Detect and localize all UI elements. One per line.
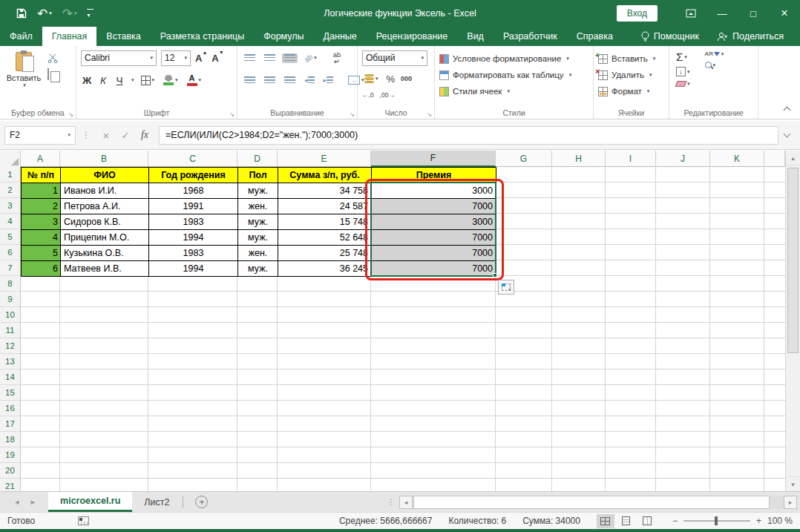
dialog-launcher-icon[interactable]: ↘ [427, 111, 432, 118]
align-left-button[interactable] [242, 76, 258, 85]
horizontal-scrollbar-thumb[interactable] [413, 496, 770, 509]
zoom-level[interactable]: 100 % [767, 516, 793, 526]
undo-button[interactable]: ↶▾ [37, 7, 52, 20]
insert-cells-button[interactable]: Вставить▾ [598, 50, 666, 67]
row-header[interactable]: 19 [0, 447, 20, 463]
font-color-button[interactable]: А ▾ [185, 73, 204, 87]
column-header-j[interactable]: J [656, 151, 710, 167]
cell-gender[interactable]: муж. [238, 230, 278, 246]
column-header-c[interactable]: C [148, 151, 237, 167]
cell-num[interactable]: 5 [22, 246, 61, 261]
decrease-decimal-button[interactable]: ,00→ [380, 91, 395, 99]
clear-button[interactable]: ▾ [674, 80, 692, 88]
cell-num[interactable]: 4 [22, 230, 61, 246]
paste-button[interactable]: Вставить ▾ [4, 49, 43, 107]
row-header[interactable]: 7 [0, 260, 20, 276]
maximize-button[interactable]: □ [738, 0, 769, 27]
cell-salary[interactable]: 24 587 [278, 199, 372, 214]
percent-style-button[interactable]: % [387, 73, 396, 85]
normal-view-button[interactable] [597, 514, 614, 528]
cell-salary[interactable]: 52 648 [278, 230, 372, 246]
cell-num[interactable]: 3 [22, 214, 61, 230]
font-name-select[interactable]: Calibri▾ [81, 50, 157, 66]
row-header[interactable]: 10 [0, 307, 20, 323]
cell-header-gender[interactable]: Пол [238, 168, 278, 183]
tab-view[interactable]: Вид [457, 27, 494, 46]
page-layout-view-button[interactable] [617, 514, 635, 528]
cell-bonus[interactable]: 7000 [372, 246, 496, 261]
cell-num[interactable]: 2 [22, 199, 61, 214]
expand-formula-bar-button[interactable] [784, 130, 791, 137]
zoom-slider-thumb[interactable] [715, 516, 718, 525]
cell-salary[interactable]: 34 758 [278, 183, 372, 199]
row-header[interactable]: 14 [0, 370, 20, 385]
italic-button[interactable]: К [97, 75, 109, 86]
bold-button[interactable]: Ж [81, 75, 93, 86]
row-header[interactable]: 13 [0, 354, 20, 370]
zoom-out-button[interactable]: − [672, 516, 678, 526]
scroll-up-icon[interactable]: ▴ [786, 151, 800, 165]
grow-font-button[interactable]: А▲ [195, 53, 207, 64]
scroll-down-icon[interactable]: ▾ [786, 476, 800, 491]
row-header[interactable]: 9 [0, 292, 20, 307]
tab-page-layout[interactable]: Разметка страницы [151, 27, 254, 46]
conditional-formatting-button[interactable]: Условное форматирование▾ [439, 50, 590, 67]
cell-year[interactable]: 1968 [149, 183, 238, 199]
vertical-scrollbar-thumb[interactable] [787, 168, 799, 353]
cell-gender[interactable]: жен. [238, 199, 278, 214]
dialog-launcher-icon[interactable]: ↘ [229, 111, 235, 118]
format-cells-button[interactable]: Формат▾ [598, 83, 666, 99]
row-header[interactable]: 3 [0, 198, 20, 214]
horizontal-scrollbar[interactable]: ⋮ ◂ ▸ [387, 492, 800, 512]
page-break-view-button[interactable] [638, 514, 656, 528]
row-header[interactable]: 1 [0, 167, 20, 183]
copy-button[interactable] [47, 69, 58, 79]
tab-help[interactable]: Справка [567, 27, 623, 46]
cell-gender[interactable]: муж. [238, 214, 278, 230]
zoom-slider[interactable] [683, 520, 750, 522]
fill-color-button[interactable]: ▾ [161, 74, 180, 86]
tab-insert[interactable]: Вставка [96, 27, 150, 46]
shrink-font-button[interactable]: А▼ [212, 53, 223, 64]
align-top-button[interactable] [242, 53, 258, 63]
tab-scroll-split-handle[interactable]: ⋮ [387, 497, 395, 507]
cell-header-year[interactable]: Год рождения [149, 168, 238, 183]
row-header[interactable]: 2 [0, 183, 20, 198]
column-header-k[interactable]: K [710, 151, 764, 167]
formula-input[interactable]: =ЕСЛИ(ИЛИ(C2>1984;D2="жен.");7000;3000) [159, 126, 778, 145]
row-header[interactable]: 12 [0, 338, 20, 354]
cell-year[interactable]: 1994 [149, 230, 238, 246]
column-header-e[interactable]: E [278, 151, 371, 167]
autofill-options-button[interactable] [498, 280, 514, 295]
cell-salary[interactable]: 25 748 [278, 246, 372, 261]
cell-gender[interactable]: жен. [238, 246, 278, 261]
number-format-select[interactable]: Общий▾ [362, 50, 427, 66]
cell-salary[interactable]: 15 748 [278, 214, 372, 230]
row-header[interactable]: 6 [0, 245, 20, 260]
tab-formulas[interactable]: Формулы [254, 27, 313, 46]
horizontal-scrollbar-track[interactable] [770, 496, 784, 509]
cell-bonus[interactable]: 7000 [372, 199, 496, 214]
row-header[interactable]: 18 [0, 432, 20, 447]
cell-bonus[interactable]: 7000 [372, 261, 496, 277]
format-as-table-button[interactable]: Форматировать как таблицу▾ [439, 67, 590, 83]
macro-record-icon[interactable] [78, 516, 89, 525]
align-center-button[interactable] [262, 76, 278, 85]
cell-header-num[interactable]: № п/п [22, 168, 61, 183]
enter-formula-button[interactable]: ✓ [116, 130, 135, 141]
minimize-button[interactable]: — [706, 0, 738, 27]
cell-bonus-active[interactable]: 3000 [372, 183, 496, 199]
decrease-indent-button[interactable]: ◂ [302, 76, 317, 85]
row-header[interactable]: 17 [0, 416, 20, 432]
underline-button[interactable]: Ч [114, 75, 125, 86]
increase-decimal-button[interactable]: ←,0 [362, 91, 374, 99]
row-header[interactable]: 4 [0, 214, 20, 229]
cancel-formula-button[interactable]: × [96, 129, 116, 142]
comma-style-button[interactable]: 000 [401, 75, 412, 82]
scroll-right-icon[interactable]: ▸ [784, 496, 797, 509]
row-header[interactable]: 16 [0, 401, 20, 416]
cell-header-salary[interactable]: Сумма з/п, руб. [278, 168, 372, 183]
accounting-format-button[interactable]: ▾ [362, 73, 381, 85]
cell-fio[interactable]: Сидоров К.В. [61, 214, 149, 230]
align-right-button[interactable] [282, 76, 298, 85]
